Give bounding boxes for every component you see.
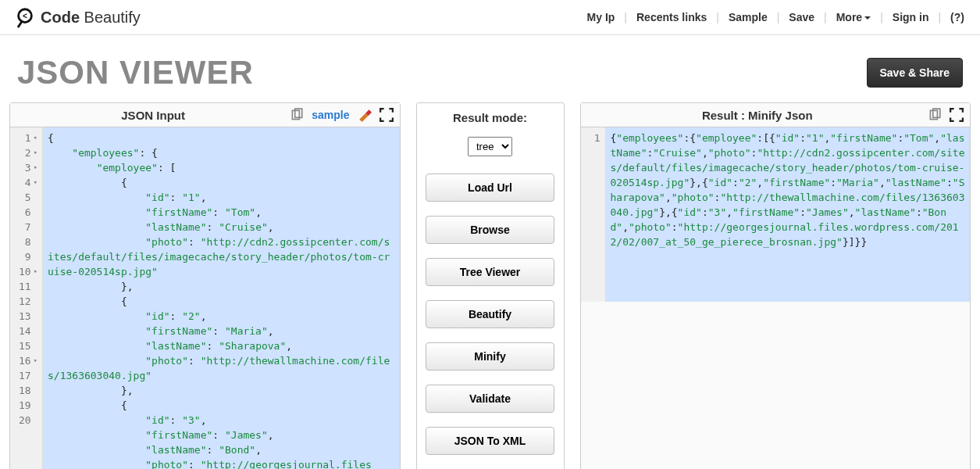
- action-json-to-xml[interactable]: JSON To XML: [426, 427, 554, 455]
- svg-text:<: <: [23, 12, 27, 20]
- header-row: JSON VIEWER Save & Share: [0, 35, 980, 102]
- input-panel-header: JSON Input sample: [10, 103, 400, 127]
- nav-sample[interactable]: Sample: [727, 11, 769, 23]
- input-code[interactable]: { "employees": { "employee": [ { "id": "…: [43, 127, 400, 469]
- controls-panel: Result mode: tree Load UrlBrowseTree Vie…: [416, 102, 565, 469]
- page-title: JSON VIEWER: [17, 54, 254, 91]
- brand[interactable]: < Code Beautify: [14, 6, 141, 28]
- nav-more[interactable]: More: [835, 11, 872, 23]
- result-code[interactable]: {"employees":{"employee":[{"id":"1","fir…: [606, 127, 971, 302]
- clear-icon[interactable]: [358, 108, 372, 122]
- copy-result-icon[interactable]: [928, 108, 942, 122]
- brand-text: Code Beautify: [41, 9, 141, 27]
- result-panel-header: Result : Minify Json: [581, 103, 971, 127]
- result-gutter: 1: [581, 127, 606, 302]
- result-mode-select[interactable]: tree: [468, 137, 512, 156]
- input-panel-title: JSON Input: [16, 109, 290, 122]
- fullscreen-icon[interactable]: [380, 108, 394, 122]
- action-tree-viewer[interactable]: Tree Viewer: [426, 258, 554, 286]
- nav-save[interactable]: Save: [787, 11, 816, 23]
- result-mode-label: Result mode:: [453, 111, 527, 124]
- result-panel-title: Result : Minify Json: [587, 109, 928, 122]
- save-share-button[interactable]: Save & Share: [867, 58, 964, 88]
- fullscreen-result-icon[interactable]: [950, 108, 964, 122]
- action-validate[interactable]: Validate: [426, 385, 554, 413]
- nav-signin[interactable]: Sign in: [891, 11, 931, 23]
- top-nav: My Ip| Recents links| Sample| Save| More…: [586, 11, 966, 23]
- nav-help[interactable]: (?): [949, 11, 966, 23]
- copy-icon[interactable]: [290, 108, 304, 122]
- input-editor[interactable]: 1▾2▾3▾4▾5 6 7 8 9 10▾11 12 13 14 15 16▾1…: [10, 127, 400, 469]
- action-browse[interactable]: Browse: [426, 216, 554, 244]
- result-panel: Result : Minify Json 1 {"employees":{"em…: [580, 102, 971, 469]
- action-beautify[interactable]: Beautify: [426, 300, 554, 328]
- workspace: JSON Input sample 1▾2▾3▾4▾5 6 7 8 9 10▾1…: [0, 102, 980, 469]
- input-panel: JSON Input sample 1▾2▾3▾4▾5 6 7 8 9 10▾1…: [9, 102, 401, 469]
- sample-link[interactable]: sample: [312, 109, 349, 121]
- input-gutter: 1▾2▾3▾4▾5 6 7 8 9 10▾11 12 13 14 15 16▾1…: [10, 127, 43, 469]
- action-minify[interactable]: Minify: [426, 342, 554, 371]
- brand-logo-icon: <: [14, 6, 36, 28]
- topbar: < Code Beautify My Ip| Recents links| Sa…: [0, 0, 980, 35]
- result-editor[interactable]: 1 {"employees":{"employee":[{"id":"1","f…: [581, 127, 971, 302]
- action-load-url[interactable]: Load Url: [426, 174, 554, 202]
- nav-myip[interactable]: My Ip: [586, 11, 617, 23]
- nav-recents[interactable]: Recents links: [635, 11, 708, 23]
